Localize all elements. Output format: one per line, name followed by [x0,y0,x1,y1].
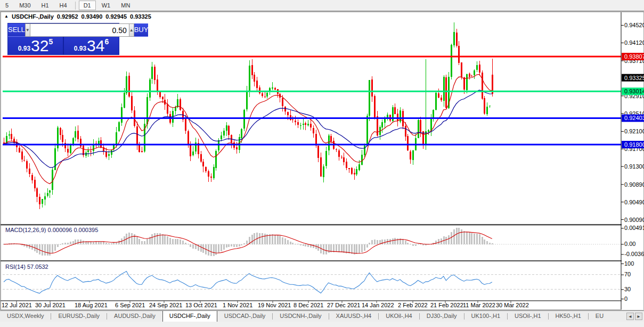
ohlc-close: 0.93325 [130,13,151,20]
price-badge-0.93014: 0.93014 [624,88,644,94]
date-axis: 12 Jul 202130 Jul 202118 Aug 20216 Sep 2… [2,301,529,308]
price-tick-label: 0.91300 [624,163,644,170]
timeframe-h4-button[interactable]: H4 [55,1,72,10]
rsi-indicator-label: RSI(14) 57.0532 [5,264,48,270]
buy-price-sup: 6 [104,37,109,46]
price-badge-0.93325: 0.93325 [624,75,644,81]
date-label: 30 Jul 2021 [35,302,66,308]
symbol-period-label: USDCHF-,Daily [12,13,54,20]
mt4-window: 5M30H1H4D1W1MN 0.945200.941200.937100.92… [0,0,644,327]
tab-eu[interactable]: EU [589,310,610,322]
timeframe-d1-button[interactable]: D1 [79,1,96,10]
date-label: 27 Dec 2021 [327,302,360,308]
sell-price[interactable]: 0.93 32 5 [8,37,63,55]
rsi-axis-label: 0 [624,296,627,302]
date-label: 19 Nov 2021 [258,302,291,308]
volume-input[interactable] [30,23,129,37]
date-label: 2 Feb 2022 [398,302,428,308]
macd-axis-label: 0.00 [624,241,635,247]
price-tick-label: 0.92100 [624,128,644,134]
tab-uk100-h1[interactable]: UK100-,H1 [464,310,507,322]
tab-hk50-h1[interactable]: HK50-,H1 [549,310,588,322]
macd-axis-label: 0.004913 [624,225,644,231]
sell-price-prefix: 0.93 [18,45,30,52]
tab-scroll-right-icon[interactable]: ► [635,313,642,320]
tab-eurusd-daily[interactable]: EURUSD-,Daily [51,310,107,322]
chart-tabs-bar: USDX,WeeklyEURUSD-,DailyAUDUSD-,DailyUSD… [0,310,644,322]
status-strip [0,322,644,327]
date-label: 6 Sep 2021 [115,302,145,308]
pane-separator[interactable] [1,300,643,301]
trade-panel-toggle-icon[interactable]: ▲ [4,14,9,19]
tab-audusd-daily[interactable]: AUDUSD-,Daily [107,310,162,322]
ohlc-high: 0.93490 [81,13,103,20]
chart-title: ▲ USDCHF-,Daily 0.92952 0.93490 0.92945 … [4,13,151,20]
buy-price-big: 34 [87,38,104,54]
date-label: 21 Feb 2022 [430,302,463,308]
price-tick-label: 0.90490 [624,199,644,205]
tab-scroll-left-icon[interactable]: ◄ [626,313,634,320]
tab-xauusd-h4[interactable]: XAUUSD-,H4 [329,310,379,322]
one-click-trading-panel: SELL ▼ ▲ BUY 0.93 32 5 0.93 34 6 [7,23,119,55]
price-tick-label: 0.94120 [624,39,644,46]
date-label: 13 Oct 2021 [185,302,217,308]
sell-price-big: 32 [31,38,48,54]
pane-separator[interactable] [1,224,643,226]
ohlc-low: 0.92945 [105,13,127,20]
date-label: 1 Nov 2021 [223,302,252,308]
rsi-axis-label: 70 [624,271,631,277]
date-label: 24 Sep 2021 [149,302,182,308]
macd-indicator-label: MACD(12,26,9) 0.000096 0.000395 [5,227,98,233]
macd-axis-label: -0.003614 [624,251,644,257]
date-label: 8 Dec 2021 [294,302,323,308]
sell-button[interactable]: SELL [8,23,25,37]
timeframe-w1-button[interactable]: W1 [97,1,116,10]
rsi-axis-label: 30 [624,286,631,292]
price-badge-0.91800: 0.91800 [624,141,644,148]
volume-decrease-button[interactable]: ▼ [25,23,30,37]
price-tick-label: 0.90090 [624,217,644,223]
timeframe-toolbar: 5M30H1H4D1W1MN [0,0,644,11]
tab-usdcnh-daily[interactable]: USDCNH-,Daily [273,310,328,322]
tab-usdcad-daily[interactable]: USDCAD-,Daily [217,310,273,322]
date-label: 18 Aug 2021 [75,302,108,308]
spin-up-icon: ▲ [129,28,134,33]
timeframe-mn-button[interactable]: MN [116,1,135,10]
tab-usoil-h1[interactable]: USOil-,H1 [508,310,548,322]
buy-price-prefix: 0.93 [74,45,86,52]
rsi-axis-label: 100 [624,260,634,267]
timeframe-5-button[interactable]: 5 [1,1,13,10]
tab-dj30-daily[interactable]: DJ30-,Daily [420,310,464,322]
date-label: 14 Jan 2022 [362,302,394,308]
pane-separator[interactable] [1,260,643,261]
tab-usdchf-daily[interactable]: USDCHF-,Daily [162,310,217,322]
date-label: 12 Jul 2021 [2,302,32,308]
timeframe-h1-button[interactable]: H1 [37,1,54,10]
price-badge-0.92403: 0.92403 [624,115,644,121]
sell-price-sup: 5 [48,37,53,46]
price-badge-0.93807: 0.93807 [624,53,644,60]
volume-increase-button[interactable]: ▲ [129,23,134,37]
price-tick-label: 0.90890 [624,181,644,188]
timeframe-m30-button[interactable]: M30 [14,1,35,10]
buy-price[interactable]: 0.93 34 6 [64,37,119,55]
price-tick-label: 0.94520 [624,22,644,28]
toolbar-separator [75,2,76,10]
ohlc-open: 0.92952 [57,13,78,20]
tab-usdx-weekly[interactable]: USDX,Weekly [0,310,51,322]
buy-button[interactable]: BUY [134,23,149,37]
tab-ukoil-h4[interactable]: UKOil-,H4 [379,310,419,322]
date-label: 11 Mar 2022 [463,302,495,308]
spin-down-icon: ▼ [26,28,30,33]
date-label: 30 Mar 2022 [496,302,529,308]
